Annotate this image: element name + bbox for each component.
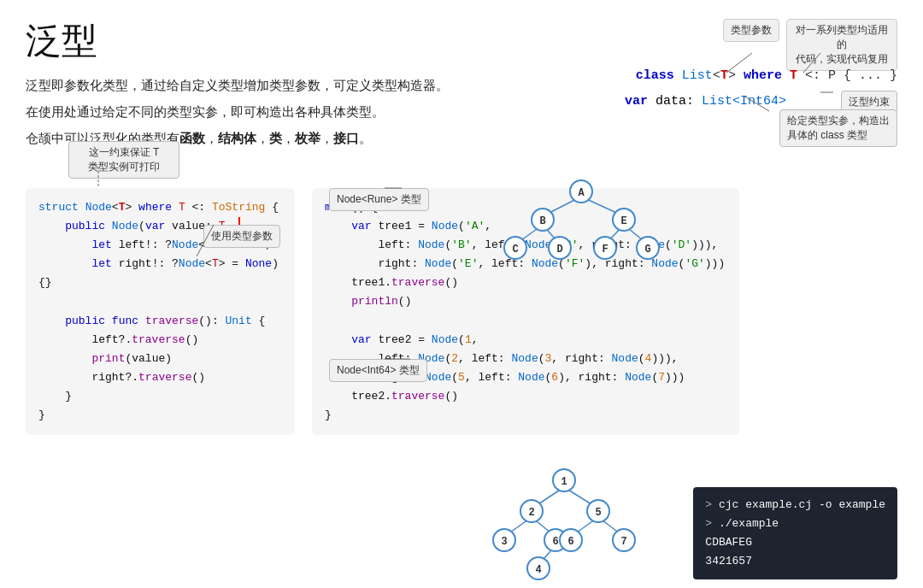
- r-line-7: [325, 312, 726, 331]
- code-line-6: public func traverse(): Unit {: [38, 312, 282, 331]
- ann-node-rune: Node<Rune> 类型: [329, 188, 429, 211]
- r-line-5: tree1.traverse(): [325, 273, 726, 292]
- ann-constraint-t: 这一约束保证 T类型实例可打印: [68, 141, 179, 179]
- code-line-7: left?.traverse(): [38, 331, 282, 350]
- right-code-block: main() { var tree1 = Node('A', left: Nod…: [312, 188, 739, 435]
- r-line-4: right: Node('E', left: Node('F'), right:…: [325, 255, 726, 273]
- ann-node-int64: Node<Int64> 类型: [329, 359, 427, 382]
- code-line-4: let right!: ?Node<T> = None) {}: [38, 255, 282, 292]
- r-line-6: println(): [325, 292, 726, 311]
- terminal-line-1: > cjc example.cj -o example: [705, 496, 885, 514]
- var-data-line: var data: List<Int64>: [625, 94, 786, 109]
- r-line-8: var tree2 = Node(1,: [325, 331, 726, 350]
- r-line-11: tree2.traverse(): [325, 387, 726, 406]
- r-line-2: var tree1 = Node('A',: [325, 217, 726, 236]
- code-line-10: }: [38, 387, 282, 406]
- code-line-11: }: [38, 406, 282, 425]
- code-line-1: struct Node<T> where T <: ToString {: [38, 198, 282, 217]
- terminal-block: > cjc example.cj -o example > ./example …: [693, 487, 897, 579]
- r-line-12: }: [325, 406, 726, 425]
- terminal-line-2: > ./example: [705, 514, 885, 533]
- code-reuse-bubble: 对一系列类型均适用的代码，实现代码复用: [786, 19, 897, 71]
- code-line-5: [38, 292, 282, 311]
- type-param-bubble: 类型参数: [723, 19, 779, 42]
- terminal-line-4: 3421657: [705, 552, 885, 571]
- code-line-9: right?.traverse(): [38, 368, 282, 387]
- code-line-8: print(value): [38, 350, 282, 368]
- top-annotations: 类型参数 对一系列类型均适用的代码，实现代码复用: [723, 19, 897, 71]
- terminal-line-3: CDBAFEG: [705, 533, 885, 552]
- intro-section: 泛型即参数化类型，通过给自定义类型增加类型参数，可定义类型构造器。 在使用处通过…: [26, 74, 897, 150]
- ann-use-type-param: 使用类型参数: [203, 225, 280, 248]
- top-code-class-list: class List<T> where T <: P { ... }: [636, 68, 897, 83]
- r-line-3: left: Node('B', left: Node('C', right: N…: [325, 236, 726, 255]
